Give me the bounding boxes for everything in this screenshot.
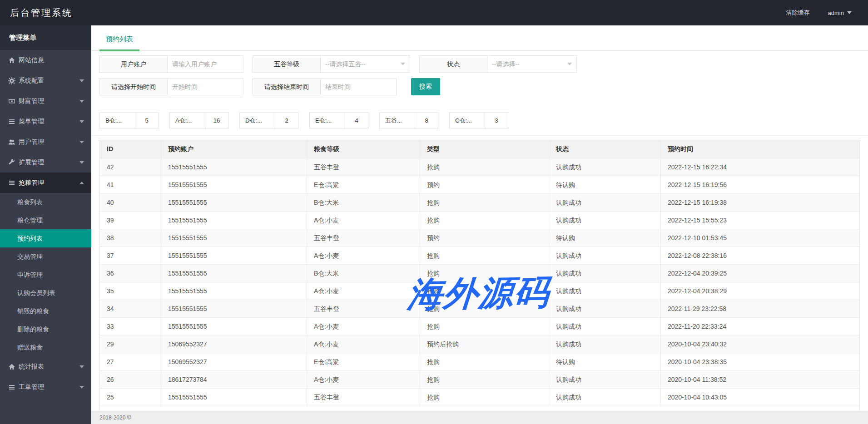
- cell-status: 认购成功: [549, 194, 661, 211]
- warehouse-stat-badge: D仓:... 2: [239, 112, 298, 129]
- table-row: 40 15515551555 B仓:大米 抢购 认购成功 2022-12-15 …: [100, 194, 859, 212]
- end-time-filter-group: 请选择结束时间: [253, 78, 397, 95]
- grain-level-select[interactable]: --请选择五谷--: [320, 55, 410, 73]
- cell-type: 抢购: [420, 389, 549, 406]
- home-icon: [8, 363, 15, 370]
- sidebar-item[interactable]: 用户管理: [0, 132, 91, 152]
- col-account: 预约账户: [161, 140, 307, 158]
- sidebar-item[interactable]: 抢粮管理: [0, 173, 91, 193]
- search-button[interactable]: 搜索: [411, 78, 440, 95]
- cell-account: 15515551555: [161, 318, 307, 335]
- cell-status: 认购成功: [549, 212, 661, 229]
- sidebar-item[interactable]: 交易管理: [0, 247, 91, 266]
- chevron-down-icon: [79, 161, 84, 164]
- account-filter-group: 用户账户: [99, 55, 243, 73]
- cell-time: 2020-10-04 10:43:05: [661, 389, 859, 406]
- start-time-label: 请选择开始时间: [99, 78, 168, 95]
- account-input[interactable]: [167, 55, 243, 73]
- filter-panel: 用户账户 五谷等级 --请选择五谷-- 状态 --请选择--: [91, 51, 868, 95]
- sidebar-item[interactable]: 统计报表: [0, 356, 91, 377]
- cell-time: 2022-12-15 16:19:38: [661, 194, 859, 211]
- warehouse-stat-value: 5: [135, 113, 158, 128]
- warehouse-stat-label: C仓:...: [450, 113, 485, 128]
- cell-account: 15515551555: [161, 229, 307, 247]
- sidebar-item-label: 粮仓管理: [17, 211, 43, 229]
- sidebar-item[interactable]: 认购会员列表: [0, 284, 91, 302]
- status-select[interactable]: --请选择--: [487, 55, 577, 73]
- table-row: 42 15515551555 五谷丰登 抢购 认购成功 2022-12-15 1…: [100, 158, 859, 176]
- cell-account: 15515551555: [161, 247, 307, 264]
- sidebar-item[interactable]: 网站信息: [0, 50, 91, 70]
- cell-type: 预约: [420, 176, 549, 193]
- tab-bar: 预约列表: [91, 25, 868, 51]
- sidebar-item[interactable]: 粮食列表: [0, 193, 91, 211]
- status-select-value: --请选择--: [492, 60, 520, 68]
- cell-account: 15515551555: [161, 176, 307, 193]
- sidebar-item[interactable]: 预约列表: [0, 229, 91, 247]
- sidebar-item-label: 工单管理: [19, 377, 44, 397]
- start-time-input[interactable]: [167, 78, 243, 95]
- cell-grain-level: B仓:大米: [307, 265, 420, 282]
- cell-grain-level: A仓:小麦: [307, 212, 420, 229]
- sidebar-item-label: 申诉管理: [17, 266, 43, 284]
- cell-type: 抢购: [420, 158, 549, 176]
- cell-status: 认购成功: [549, 300, 661, 317]
- table-row: 34 15515551555 五谷丰登 抢购 认购成功 2022-11-29 2…: [100, 300, 859, 318]
- sidebar-item[interactable]: 粮仓管理: [0, 211, 91, 229]
- chevron-down-icon: [79, 386, 84, 389]
- end-time-input[interactable]: [320, 78, 397, 95]
- warehouse-stats: B仓:... 5 A仓:... 16 D仓:... 2 E仓:... 4 五谷.…: [91, 101, 868, 136]
- gears-icon: [8, 77, 15, 84]
- sidebar-item[interactable]: 销毁的粮食: [0, 302, 91, 320]
- warehouse-stat-label: B仓:...: [100, 113, 135, 128]
- warehouse-stat-label: A仓:...: [170, 113, 205, 128]
- clear-cache-link[interactable]: 清除缓存: [786, 9, 810, 17]
- sidebar-item[interactable]: 扩展管理: [0, 152, 91, 173]
- grain-level-filter-group: 五谷等级 --请选择五谷--: [253, 55, 410, 73]
- wrench-icon: [8, 159, 15, 166]
- account-label: 用户账户: [99, 55, 168, 73]
- cell-id: 35: [100, 282, 161, 300]
- user-menu[interactable]: admin: [828, 10, 852, 16]
- cell-id: 39: [100, 212, 161, 229]
- cell-type: 抢购: [420, 247, 549, 264]
- sidebar-item[interactable]: 财富管理: [0, 91, 91, 111]
- sidebar-item-label: 预约列表: [17, 229, 43, 247]
- status-filter-group: 状态 --请选择--: [419, 55, 577, 73]
- col-status: 状态: [549, 140, 661, 158]
- cell-account: 15515551555: [161, 212, 307, 229]
- cell-grain-level: A仓:小麦: [307, 371, 420, 388]
- cell-type: 抢购: [420, 282, 549, 300]
- cell-status: 认购成功: [549, 265, 661, 282]
- start-time-filter-group: 请选择开始时间: [99, 78, 243, 95]
- cell-status: 认购成功: [549, 247, 661, 264]
- cell-status: 认购成功: [549, 371, 661, 388]
- grain-level-label: 五谷等级: [253, 55, 321, 73]
- tab-reservation-list[interactable]: 预约列表: [99, 32, 139, 51]
- sidebar-item[interactable]: 工单管理: [0, 377, 91, 397]
- sidebar-menu: 网站信息 系统配置 财富管理 菜单管理 用户管理: [0, 50, 91, 397]
- cell-account: 15069552327: [161, 335, 307, 353]
- cell-id: 36: [100, 265, 161, 282]
- cell-id: 38: [100, 229, 161, 247]
- sidebar-item[interactable]: 赠送粮食: [0, 338, 91, 356]
- list-icon: [8, 179, 15, 187]
- cell-account: 15515551555: [161, 282, 307, 300]
- sidebar-item[interactable]: 申诉管理: [0, 266, 91, 284]
- footer: 2018-2020 ©: [91, 411, 868, 424]
- sidebar-item-label: 用户管理: [19, 132, 44, 152]
- sidebar-item[interactable]: 系统配置: [0, 70, 91, 91]
- chevron-up-icon: [79, 182, 84, 184]
- sidebar-item[interactable]: 菜单管理: [0, 111, 91, 132]
- cell-id: 40: [100, 194, 161, 211]
- money-icon: [8, 98, 15, 105]
- cell-status: 待认购: [549, 353, 661, 370]
- cell-grain-level: A仓:小麦: [307, 247, 420, 264]
- table-row: 37 15515551555 A仓:小麦 抢购 认购成功 2022-12-08 …: [100, 247, 859, 265]
- cell-account: 15515551555: [161, 389, 307, 406]
- sidebar-item-label: 交易管理: [17, 247, 43, 266]
- table-row: 38 15515551555 五谷丰登 预约 待认购 2022-12-10 01…: [100, 229, 859, 247]
- cell-time: 2022-12-15 15:55:23: [661, 212, 859, 229]
- sidebar-item-label: 菜单管理: [19, 111, 44, 132]
- sidebar-item[interactable]: 删除的粮食: [0, 320, 91, 338]
